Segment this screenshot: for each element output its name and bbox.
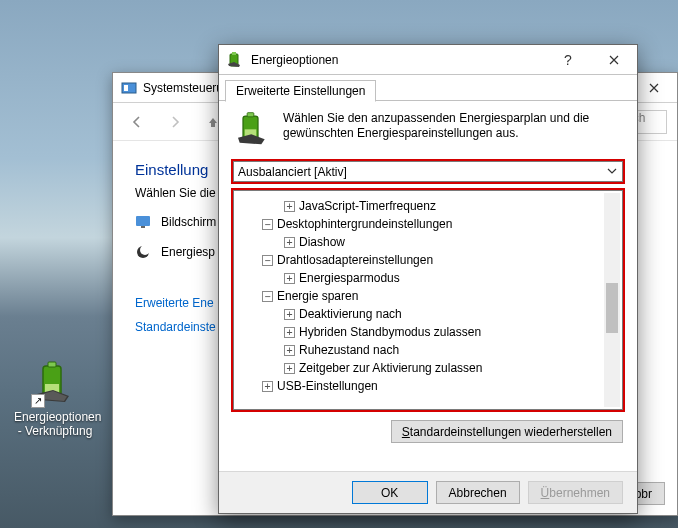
expand-icon[interactable]: +: [284, 309, 295, 320]
front-help-button[interactable]: ?: [545, 45, 591, 75]
expand-icon[interactable]: +: [284, 201, 295, 212]
option-row-display-label: Bildschirm: [161, 215, 216, 229]
desktop-shortcut-energieoptionen[interactable]: ↗ Energieoptionen - Verknüpfung: [14, 360, 96, 438]
tree-item[interactable]: Desktophintergrundeinstellungen: [277, 215, 452, 233]
tree-item[interactable]: Energie sparen: [277, 287, 358, 305]
svg-rect-6: [141, 226, 145, 228]
option-row-sleep-label: Energiesp: [161, 245, 215, 259]
expand-icon[interactable]: +: [284, 237, 295, 248]
svg-point-8: [140, 245, 150, 255]
control-panel-icon: [121, 80, 137, 96]
expand-icon[interactable]: +: [262, 381, 273, 392]
moon-icon: [135, 244, 151, 260]
tree-item[interactable]: Deaktivierung nach: [299, 305, 402, 323]
battery-plug-icon: [227, 52, 243, 68]
collapse-icon[interactable]: −: [262, 219, 273, 230]
chevron-down-icon: [605, 164, 619, 178]
cancel-button[interactable]: Abbrechen: [436, 481, 520, 504]
restore-defaults-button[interactable]: Standardeinstellungen wiederherstellen: [391, 420, 623, 443]
settings-tree[interactable]: +JavaScript-Timerfrequenz −Desktophinter…: [233, 190, 623, 410]
expand-icon[interactable]: +: [284, 345, 295, 356]
svg-rect-12: [247, 113, 254, 117]
collapse-icon[interactable]: −: [262, 255, 273, 266]
shortcut-arrow-icon: ↗: [31, 394, 45, 408]
tree-scrollbar[interactable]: [604, 193, 620, 407]
desktop-shortcut-label: Energieoptionen - Verknüpfung: [14, 410, 96, 438]
front-titlebar[interactable]: Energieoptionen ?: [219, 45, 637, 75]
expand-icon[interactable]: +: [284, 327, 295, 338]
tab-advanced-settings[interactable]: Erweiterte Einstellungen: [225, 80, 376, 102]
tree-item[interactable]: USB-Einstellungen: [277, 377, 378, 395]
battery-large-icon: [233, 111, 273, 151]
tree-item[interactable]: Ruhezustand nach: [299, 341, 399, 359]
tree-item[interactable]: Diashow: [299, 233, 345, 251]
power-plan-dropdown[interactable]: Ausbalanciert [Aktiv]: [233, 161, 623, 182]
svg-rect-10: [232, 52, 236, 55]
front-close-button[interactable]: [591, 45, 637, 75]
power-options-dialog: Energieoptionen ? Erweiterte Einstellung…: [218, 44, 638, 514]
battery-icon: ↗: [31, 360, 79, 408]
front-window-title: Energieoptionen: [251, 53, 545, 67]
tree-item[interactable]: Drahtlosadaptereinstellungen: [277, 251, 433, 269]
dialog-footer: OK Abbrechen Übernehmen: [219, 471, 637, 513]
svg-rect-1: [48, 362, 56, 367]
nav-forward-button[interactable]: [161, 108, 189, 136]
tree-item[interactable]: JavaScript-Timerfrequenz: [299, 197, 436, 215]
ok-button[interactable]: OK: [352, 481, 428, 504]
collapse-icon[interactable]: −: [262, 291, 273, 302]
expand-icon[interactable]: +: [284, 273, 295, 284]
power-plan-selected: Ausbalanciert [Aktiv]: [238, 165, 347, 179]
tree-item[interactable]: Energiesparmodus: [299, 269, 400, 287]
tab-strip: Erweiterte Einstellungen: [219, 75, 637, 101]
nav-back-button[interactable]: [123, 108, 151, 136]
expand-icon[interactable]: +: [284, 363, 295, 374]
scrollbar-thumb[interactable]: [606, 283, 618, 333]
svg-rect-4: [124, 85, 128, 91]
display-icon: [135, 214, 151, 230]
svg-rect-5: [136, 216, 150, 226]
tree-item[interactable]: Hybriden Standbymodus zulassen: [299, 323, 481, 341]
tree-item[interactable]: Zeitgeber zur Aktivierung zulassen: [299, 359, 482, 377]
intro-text: Wählen Sie den anzupassenden Energiespar…: [283, 111, 623, 151]
apply-button[interactable]: Übernehmen: [528, 481, 623, 504]
